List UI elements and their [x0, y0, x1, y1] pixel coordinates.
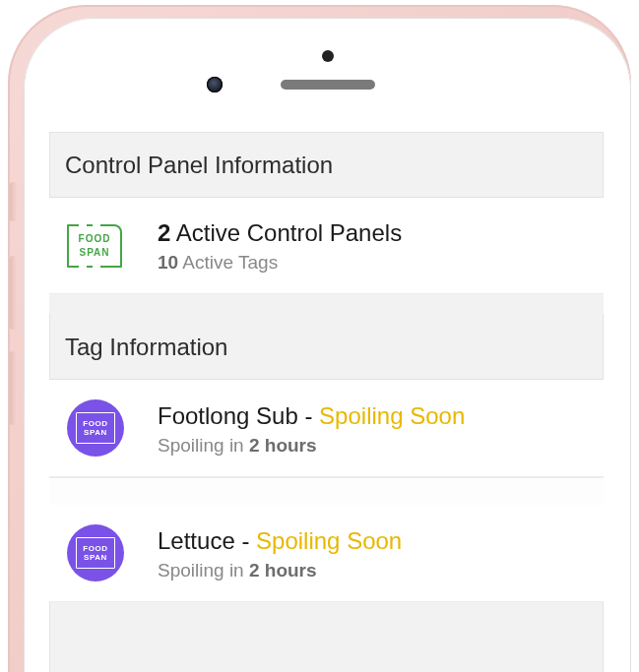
tag-title: Lettuce - Spoiling Soon [158, 525, 586, 556]
phone-camera-icon [207, 77, 223, 92]
tag-subtitle: Spoiling in 2 hours [158, 560, 586, 581]
phone-side-button [10, 256, 17, 330]
phone-frame-inner: Control Panel Information FOOD SPAN 2 Ac… [24, 18, 631, 672]
logo-text: FOOD [83, 419, 108, 428]
tag-icon: FOOD SPAN [67, 399, 130, 457]
phone-top-hardware [24, 18, 631, 111]
active-control-panels-label: 2 Active Control Panels [158, 217, 586, 248]
logo-text: FOOD [69, 234, 120, 244]
tag-row[interactable]: FOOD SPAN Footlong Sub - Spoiling Soon S… [49, 380, 604, 477]
app-screen: Control Panel Information FOOD SPAN 2 Ac… [49, 132, 604, 672]
section-header-tag-info: Tag Information [49, 314, 604, 380]
tag-title: Footlong Sub - Spoiling Soon [158, 400, 586, 431]
logo-text: FOOD [83, 544, 108, 553]
active-tags-label: 10 Active Tags [158, 252, 586, 274]
phone-sensor-icon [322, 50, 334, 62]
phone-side-button [10, 182, 17, 221]
logo-text: SPAN [84, 553, 107, 562]
tag-row[interactable]: FOOD SPAN Lettuce - Spoiling Soon Spoili… [49, 505, 604, 602]
section-gap [49, 294, 604, 314]
phone-frame-outer: Control Panel Information FOOD SPAN 2 Ac… [8, 5, 631, 672]
section-header-control-panel: Control Panel Information [49, 132, 604, 198]
logo-text: SPAN [84, 428, 107, 437]
app-logo-green: FOOD SPAN [67, 224, 130, 268]
tag-subtitle: Spoiling in 2 hours [158, 435, 586, 457]
control-panel-summary-row[interactable]: FOOD SPAN 2 Active Control Panels 10 Act… [49, 198, 604, 294]
row-gap [49, 477, 604, 505]
phone-side-button [10, 351, 17, 425]
tag-icon: FOOD SPAN [67, 524, 130, 581]
phone-speaker-icon [281, 80, 375, 90]
logo-text: SPAN [69, 248, 120, 258]
